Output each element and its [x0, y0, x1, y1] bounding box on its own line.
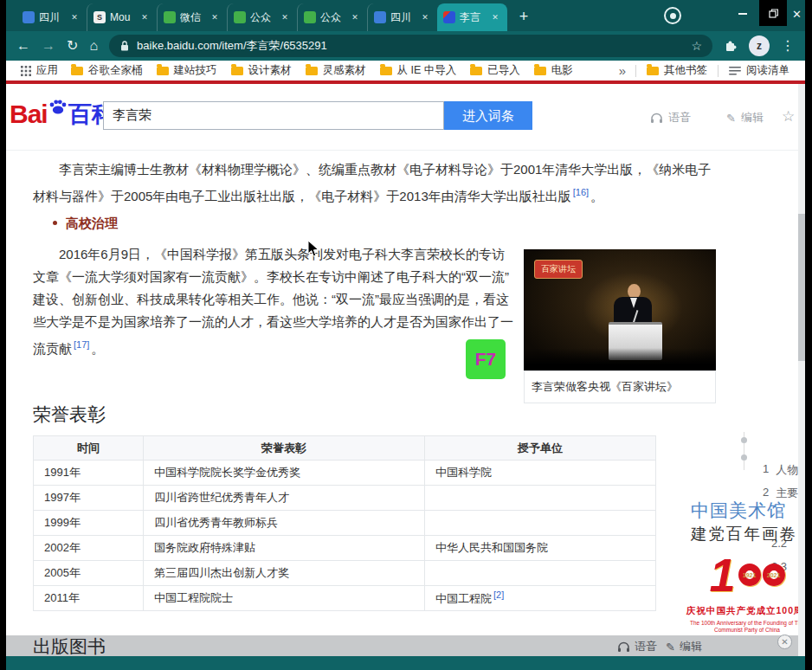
bookmarks-overflow-chevron[interactable]: »: [613, 63, 632, 78]
edit-button-header[interactable]: ✎ 编辑: [726, 110, 764, 126]
tab-label: 公众: [250, 10, 274, 25]
new-tab-button[interactable]: +: [512, 6, 535, 29]
tab-close-icon[interactable]: ✕: [279, 11, 291, 23]
other-bookmarks-label: 其他书签: [664, 63, 707, 78]
tab-favicon: [304, 11, 316, 23]
edit-button-bottom[interactable]: ✎ 编辑: [666, 639, 702, 654]
back-button[interactable]: ←: [16, 39, 30, 53]
tab-close-icon[interactable]: ✕: [489, 11, 501, 23]
toc-label: 人物: [776, 462, 798, 478]
cell-grantor: 中国科学院: [425, 461, 656, 486]
bookmark-folder-inspiration[interactable]: 灵感素材: [299, 61, 373, 81]
scrollbar-track[interactable]: [798, 84, 805, 656]
ad-subtitle[interactable]: 建党百年画卷: [691, 523, 797, 544]
reference-link-16[interactable]: [16]: [573, 187, 589, 197]
bookmark-folder-imported[interactable]: 已导入: [463, 61, 527, 81]
bookmark-label: 设计素材: [248, 63, 292, 78]
toc-num: 1: [763, 462, 769, 478]
folder-icon: [647, 67, 659, 75]
col-header-grantor: 授予单位: [425, 436, 656, 461]
col-header-honor: 荣誉表彰: [144, 436, 425, 461]
menu-kebab-icon[interactable]: ⋮: [781, 39, 795, 53]
extensions-puzzle-icon[interactable]: [724, 39, 738, 53]
baike-logo[interactable]: Bai 百科: [10, 98, 115, 129]
paragraph-textbooks: 李言荣主编博士生教材《材料物理学概论》、统编重点教材《电子材料导论》于2001年…: [33, 158, 720, 208]
section-heading-honors: 荣誉表彰: [33, 403, 106, 427]
bookmark-label: 电影: [551, 63, 573, 78]
headset-icon: [617, 641, 630, 653]
tab-liyanrong-active[interactable]: 李言 ✕: [437, 3, 507, 31]
paragraph-tail: 。: [91, 341, 104, 356]
reference-link-17[interactable]: [17]: [74, 339, 89, 350]
address-bar[interactable]: baike.baidu.com/item/李言荣/6535291 ☆: [109, 35, 712, 57]
folder-icon: [534, 67, 546, 75]
lecture-badge: 百家讲坛: [534, 260, 583, 279]
bookmark-folder-movies[interactable]: 电影: [527, 61, 580, 81]
tab-close-icon[interactable]: ✕: [68, 11, 81, 23]
reference-link-2[interactable]: [2]: [493, 589, 504, 600]
bookmark-label: 谷歌全家桶: [88, 63, 143, 78]
tab-gongzhong-1[interactable]: 公众 ✕: [227, 3, 297, 31]
table-header-row: 时间 荣誉表彰 授予单位: [34, 436, 656, 461]
tab-wechat[interactable]: 微信 ✕: [157, 3, 227, 31]
lecture-photo[interactable]: 百家讲坛: [524, 249, 716, 370]
tab-gongzhong-2[interactable]: 公众 ✕: [297, 3, 367, 31]
bookmark-folder-google[interactable]: 谷歌全家桶: [64, 61, 150, 81]
cell-time: 2011年: [34, 586, 144, 611]
reading-list[interactable]: 阅读清单: [722, 61, 796, 81]
logo-digit-1: 1: [709, 551, 735, 599]
bookmark-star-icon[interactable]: ☆: [691, 39, 702, 53]
bookmark-folder-webbuild[interactable]: 建站技巧: [150, 61, 224, 81]
pencil-icon: ✎: [726, 112, 736, 125]
annotation-badge-f7: F7: [466, 339, 506, 379]
reading-list-icon: [729, 66, 741, 76]
baike-header: Bai 百科: [6, 84, 805, 151]
maximize-button[interactable]: [759, 0, 787, 26]
refresh-button[interactable]: ↻: [67, 39, 78, 53]
table-row: 1991年 中国科学院院长奖学金优秀奖 中国科学院: [34, 461, 656, 486]
cell-grantor: 中华人民共和国国务院: [425, 536, 656, 561]
minimize-button[interactable]: [730, 0, 756, 28]
bookmark-label: 已导入: [487, 63, 520, 78]
tab-favicon: [374, 11, 386, 23]
folder-icon: [157, 67, 169, 75]
tab-close-icon[interactable]: ✕: [139, 11, 151, 23]
tab-favicon: [23, 11, 35, 23]
apps-grid-icon: [21, 66, 31, 76]
media-controls-button[interactable]: [664, 7, 681, 24]
apps-shortcut[interactable]: 应用: [15, 63, 64, 78]
enter-entry-button[interactable]: 进入词条: [444, 101, 532, 130]
bookmark-folder-ie-import[interactable]: 从 IE 中导入: [373, 61, 464, 81]
scrollbar-thumb[interactable]: [798, 214, 805, 361]
tab-favicon: S: [93, 11, 106, 23]
ad-close-button[interactable]: ✕: [777, 635, 792, 649]
logo-100-number: 1 1921 2021: [686, 548, 805, 602]
tab-sichuan-1[interactable]: 四川 ✕: [16, 3, 87, 31]
voice-button-bottom[interactable]: 语音: [617, 639, 657, 654]
toc-dot[interactable]: [741, 454, 747, 461]
tab-close-icon[interactable]: ✕: [349, 11, 361, 23]
favorite-star-icon[interactable]: ☆: [782, 107, 795, 126]
tab-sichuan-2[interactable]: 四川 ✕: [367, 3, 437, 31]
table-row: 2002年 国务院政府特殊津贴 中华人民共和国国务院: [34, 536, 656, 561]
tab-mou[interactable]: S Mou ✕: [87, 3, 157, 31]
voice-button-header[interactable]: 语音: [650, 110, 691, 126]
profile-avatar[interactable]: z: [749, 35, 770, 56]
toc-dot[interactable]: [741, 437, 747, 443]
close-button[interactable]: ✕: [789, 0, 805, 28]
ad-title[interactable]: 中国美术馆: [691, 499, 786, 523]
other-bookmarks[interactable]: 其他书签: [640, 61, 714, 81]
tab-close-icon[interactable]: ✕: [209, 11, 221, 23]
search-input[interactable]: [103, 101, 444, 130]
anniversary-logo[interactable]: 1 1921 2021 庆祝中国共产党成立100周年 The 100th Ann…: [686, 548, 805, 634]
tab-close-icon[interactable]: ✕: [419, 11, 431, 23]
folder-icon: [470, 67, 482, 75]
bookmark-folder-design[interactable]: 设计素材: [224, 61, 299, 81]
home-button[interactable]: ⌂: [89, 39, 98, 53]
forward-button[interactable]: →: [42, 39, 55, 53]
article-figure[interactable]: 百家讲坛 李言荣做客央视《百家讲坛》: [524, 249, 716, 403]
browser-window: 四川 ✕ S Mou ✕ 微信 ✕ 公众 ✕: [6, 0, 805, 670]
bookmark-label: 建站技巧: [174, 63, 217, 78]
subsection-heading-governance: 高校治理: [53, 216, 118, 232]
tab-label: 四川: [390, 10, 415, 25]
